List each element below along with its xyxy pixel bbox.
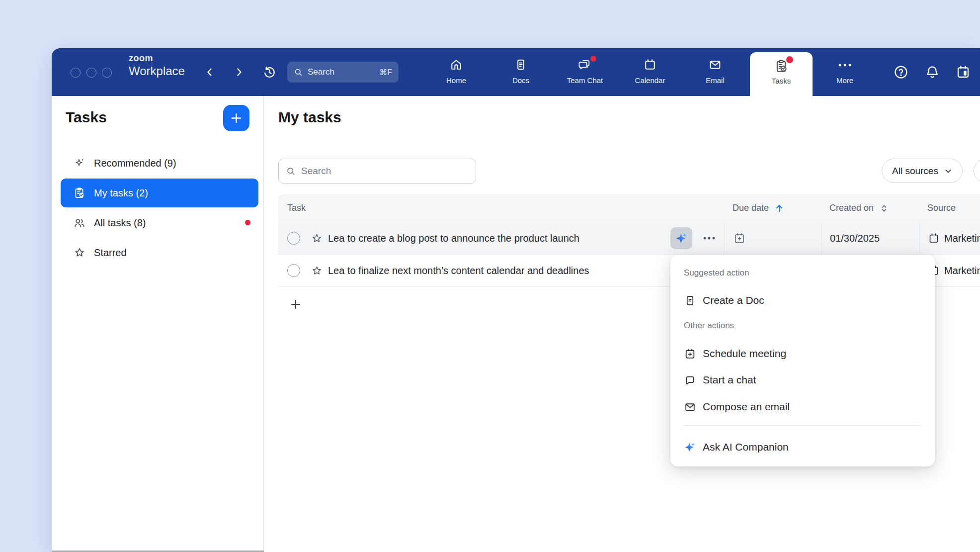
sources-filter-dropdown[interactable]: All sources	[882, 159, 963, 183]
plus-icon	[289, 298, 302, 311]
window-zoom-button[interactable]	[102, 68, 112, 78]
source-cell: Marketing	[919, 222, 980, 254]
table-header: Task Due date Created on Source	[278, 194, 980, 222]
source-label: Marketing	[944, 233, 980, 244]
sidebar-list: Recommended (9) My tasks (2)	[61, 148, 258, 268]
task-row[interactable]: Lea to create a blog post to announce th…	[278, 222, 980, 255]
chevron-down-icon	[944, 167, 952, 175]
nav-item-home[interactable]: Home	[432, 48, 480, 96]
window-close-button[interactable]	[71, 68, 81, 78]
task-title: Lea to create a blog post to announce th…	[328, 233, 579, 244]
search-placeholder: Search	[308, 67, 334, 77]
task-cell: Lea to finalize next month’s content cal…	[278, 255, 724, 286]
calendar-plus-icon	[684, 348, 696, 360]
nav-tab-tasks[interactable]: Tasks	[750, 52, 813, 96]
more-ellipsis-icon	[837, 58, 852, 72]
people-icon	[73, 216, 86, 229]
task-cell: Lea to create a blog post to announce th…	[278, 222, 724, 254]
menu-section-label: Other actions	[684, 321, 734, 331]
logo-workplace-text: Workplace	[129, 65, 185, 77]
clipboard-check-icon	[73, 186, 86, 199]
search-icon	[286, 166, 296, 177]
column-header-source[interactable]: Source	[919, 203, 980, 213]
search-icon	[294, 68, 303, 77]
chat-bubble-icon	[684, 374, 696, 386]
nav-item-email[interactable]: Email	[691, 48, 739, 96]
tasks-sidebar: Tasks Recommended (9)	[52, 96, 264, 552]
calendar-icon	[928, 232, 940, 244]
ai-companion-icon	[675, 232, 688, 245]
menu-divider	[684, 425, 921, 426]
star-icon[interactable]	[311, 265, 323, 277]
history-icon[interactable]	[262, 65, 276, 79]
menu-item-create-doc[interactable]: Create a Doc	[684, 287, 923, 313]
sidebar-item-all-tasks[interactable]: All tasks (8)	[61, 208, 258, 238]
menu-item-start-chat[interactable]: Start a chat	[684, 367, 923, 393]
column-header-created-on[interactable]: Created on	[821, 203, 919, 214]
forward-chevron-icon[interactable]	[233, 66, 245, 78]
nav-item-team-chat[interactable]: Team Chat	[561, 48, 609, 96]
global-search-box[interactable]: Search ⌘F	[287, 62, 399, 83]
zoom-workplace-logo: zoom Workplace	[129, 54, 185, 77]
envelope-icon	[684, 401, 696, 413]
page-title: My tasks	[278, 109, 341, 126]
calendar-icon	[643, 58, 657, 72]
sort-toggle-icon[interactable]	[879, 203, 890, 214]
app-window: zoom Workplace Search ⌘F Home	[52, 48, 980, 552]
task-title: Lea to finalize next month’s content cal…	[328, 265, 589, 276]
star-icon[interactable]	[311, 232, 323, 245]
team-chat-badge	[590, 56, 596, 62]
menu-item-schedule-meeting[interactable]: Schedule meeting	[684, 341, 923, 367]
add-task-button[interactable]	[223, 105, 249, 131]
suggested-actions-menu: Suggested action Create a Doc Other acti…	[670, 255, 935, 466]
calendar-plus-icon	[733, 232, 746, 245]
sparkle-icon	[73, 157, 86, 170]
menu-item-ask-ai-companion[interactable]: Ask AI Companion	[684, 434, 923, 460]
docs-icon	[514, 58, 528, 72]
nav-item-calendar[interactable]: Calendar	[626, 48, 674, 96]
home-icon	[449, 58, 463, 72]
sidebar-item-label: My tasks (2)	[94, 187, 148, 199]
task-search-input[interactable]	[301, 166, 469, 177]
row-more-actions-icon[interactable]	[701, 230, 717, 246]
doc-icon	[684, 294, 696, 307]
sidebar-title: Tasks	[66, 109, 107, 126]
sort-ascending-icon[interactable]	[774, 203, 785, 214]
task-checkbox[interactable]	[287, 264, 300, 277]
column-header-task[interactable]: Task	[278, 203, 724, 213]
column-header-due-date[interactable]: Due date	[724, 203, 821, 214]
sidebar-item-my-tasks[interactable]: My tasks (2)	[61, 179, 258, 207]
nav-item-more[interactable]: More	[821, 48, 869, 96]
filter-dropdown-clipped[interactable]	[974, 159, 980, 183]
all-tasks-badge	[245, 220, 250, 225]
menu-section-label: Suggested action	[684, 268, 749, 278]
ai-companion-button[interactable]	[670, 227, 692, 249]
tasks-badge	[786, 56, 793, 63]
sources-filter-value: All sources	[892, 166, 938, 177]
window-minimize-button[interactable]	[86, 68, 96, 78]
schedule-icon[interactable]	[955, 64, 971, 80]
sidebar-item-label: Starred	[94, 247, 127, 259]
add-task-row-button[interactable]	[278, 287, 302, 322]
search-shortcut: ⌘F	[379, 68, 392, 77]
sidebar-item-recommended[interactable]: Recommended (9)	[61, 148, 258, 178]
task-checkbox[interactable]	[287, 232, 300, 245]
nav-item-docs[interactable]: Docs	[497, 48, 545, 96]
tasks-clipboard-icon	[774, 59, 789, 74]
sidebar-item-label: Recommended (9)	[94, 158, 176, 169]
bell-icon[interactable]	[924, 64, 940, 80]
my-tasks-panel: My tasks All sources Task Due date	[264, 96, 980, 552]
menu-item-compose-email[interactable]: Compose an email	[684, 394, 923, 420]
team-chat-icon	[577, 58, 592, 72]
logo-zoom-text: zoom	[129, 54, 185, 63]
task-search-box[interactable]	[278, 159, 476, 184]
help-icon[interactable]	[893, 64, 909, 80]
desktop: { "colors": { "navbar": "#1d3e90", "acce…	[0, 0, 980, 552]
created-on-cell: 01/30/2025	[821, 222, 919, 254]
top-navbar: zoom Workplace Search ⌘F Home	[52, 48, 980, 96]
star-icon	[73, 246, 86, 259]
source-label: Marketing	[944, 265, 980, 276]
due-date-cell[interactable]	[724, 222, 821, 254]
sidebar-item-starred[interactable]: Starred	[61, 238, 258, 268]
back-chevron-icon[interactable]	[204, 66, 216, 78]
